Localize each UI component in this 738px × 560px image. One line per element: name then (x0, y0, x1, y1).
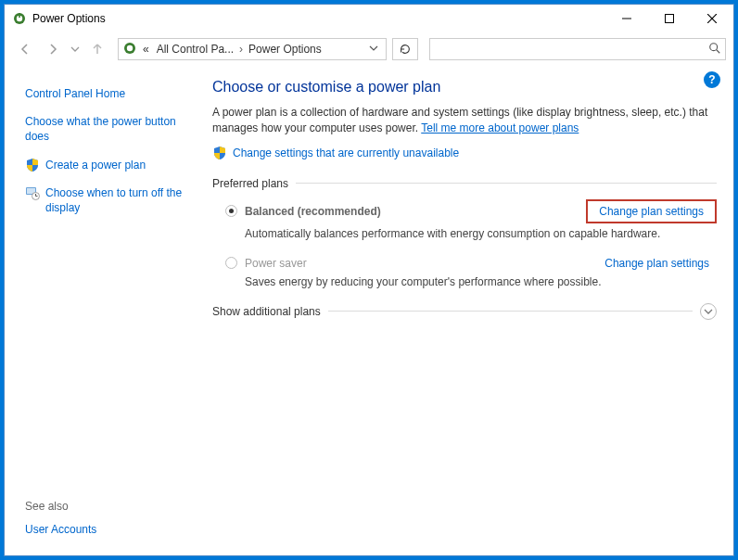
sidebar-home-link[interactable]: Control Panel Home (25, 86, 190, 101)
search-input[interactable] (434, 43, 708, 56)
main-content: ? Choose or customise a power plan A pow… (196, 70, 722, 548)
svg-point-8 (127, 45, 133, 50)
sidebar-turn-off-display-link[interactable]: Choose when to turn off the display (45, 185, 190, 215)
address-bar[interactable]: « All Control Pa... › Power Options (118, 38, 387, 60)
close-button[interactable] (691, 5, 733, 32)
plan-balanced: Balanced (recommended) Change plan setti… (225, 199, 717, 240)
window-title: Power Options (32, 12, 605, 25)
preferred-plans-label: Preferred plans (212, 177, 717, 190)
svg-rect-2 (19, 13, 20, 18)
divider (328, 311, 693, 312)
search-box[interactable] (429, 38, 726, 60)
refresh-button[interactable] (392, 38, 418, 60)
plan-balanced-name: Balanced (recommended) (245, 205, 381, 218)
expand-button[interactable] (700, 303, 717, 320)
up-button[interactable] (84, 36, 110, 62)
body: Control Panel Home Choose what the power… (5, 66, 733, 555)
breadcrumb-power-options[interactable]: Power Options (247, 41, 324, 57)
plan-power-saver-radio[interactable] (225, 257, 237, 269)
divider (296, 183, 717, 184)
shield-icon (212, 146, 227, 160)
help-icon[interactable]: ? (704, 71, 720, 88)
breadcrumb-control-panel[interactable]: All Control Pa... (155, 41, 235, 57)
monitor-clock-icon (25, 185, 40, 200)
plan-balanced-change-link[interactable]: Change plan settings (586, 199, 717, 223)
minimize-button[interactable] (605, 5, 648, 32)
search-icon[interactable] (708, 42, 721, 57)
back-button[interactable] (12, 36, 38, 62)
recent-locations-button[interactable] (68, 36, 83, 62)
sidebar: Control Panel Home Choose what the power… (12, 70, 196, 548)
sidebar-choose-button-link[interactable]: Choose what the power button does (25, 114, 190, 144)
app-icon (12, 11, 27, 26)
svg-rect-4 (666, 15, 674, 23)
show-additional-plans-row[interactable]: Show additional plans (212, 303, 717, 320)
plan-power-saver-name: Power saver (245, 257, 307, 270)
breadcrumb-separator-icon: › (239, 43, 243, 56)
plan-power-saver: Power saver Change plan settings Saves e… (225, 255, 717, 288)
address-icon (122, 41, 137, 58)
plan-power-saver-change-link[interactable]: Change plan settings (597, 255, 717, 272)
shield-icon (25, 158, 40, 172)
tell-me-more-link[interactable]: Tell me more about power plans (421, 121, 579, 134)
navbar: « All Control Pa... › Power Options (5, 32, 733, 66)
forward-button[interactable] (40, 36, 66, 62)
show-additional-plans-label: Show additional plans (212, 305, 321, 318)
svg-line-10 (717, 49, 720, 53)
elevation-row: Change settings that are currently unava… (212, 146, 717, 160)
address-dropdown-icon[interactable] (363, 43, 384, 56)
change-unavailable-settings-link[interactable]: Change settings that are currently unava… (233, 146, 459, 159)
plan-balanced-description: Automatically balances performance with … (245, 227, 717, 240)
plan-power-saver-description: Saves energy by reducing your computer's… (245, 275, 717, 288)
maximize-button[interactable] (648, 5, 691, 32)
page-heading: Choose or customise a power plan (212, 79, 717, 95)
sidebar-user-accounts-link[interactable]: User Accounts (25, 522, 190, 537)
sidebar-create-plan-link[interactable]: Create a power plan (45, 158, 146, 172)
plan-balanced-radio[interactable] (225, 205, 237, 217)
preferred-plans-text: Preferred plans (212, 177, 288, 190)
see-also-heading: See also (25, 500, 190, 513)
breadcrumb-prefix: « (141, 41, 151, 57)
window: Power Options « All Control Pa (4, 4, 734, 556)
page-description: A power plan is a collection of hardware… (212, 105, 717, 136)
svg-point-9 (710, 43, 718, 50)
titlebar: Power Options (5, 5, 733, 32)
